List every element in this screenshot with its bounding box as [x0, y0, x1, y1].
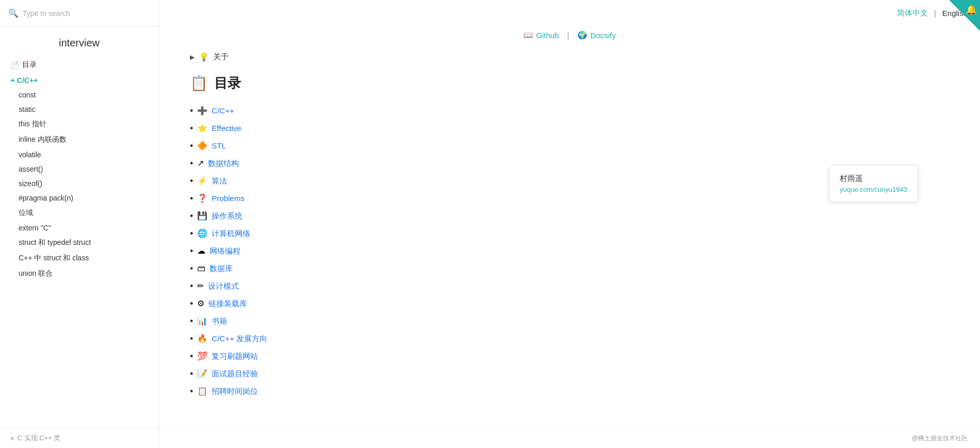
sidebar-item-union[interactable]: union 联合: [0, 266, 158, 281]
github-emoji: 📖: [523, 30, 533, 40]
toc-link-algo[interactable]: 算法: [212, 173, 227, 189]
float-card-name: 村雨遥: [840, 174, 907, 184]
toc-link-ds[interactable]: 数据结构: [208, 156, 239, 171]
toc-link-linker[interactable]: 链接装载库: [208, 296, 247, 311]
toc-link-stl[interactable]: STL: [212, 138, 226, 154]
list-item: 🌐 计算机网络: [190, 225, 592, 242]
main-content: 简体中文 | English 🔔 📖 Github | 🌍 Docsify ▶ …: [159, 0, 980, 448]
toc-heading-label: 目录: [214, 74, 241, 92]
bell-icon: 🔔: [966, 4, 977, 15]
sidebar-item-bitfield[interactable]: 位域: [0, 205, 158, 221]
sidebar-item-assert[interactable]: assert(): [0, 162, 158, 176]
sidebar-item-sizeof[interactable]: sizeof(): [0, 176, 158, 191]
list-item: ⚙ 链接装载库: [190, 295, 592, 312]
search-bar[interactable]: 🔍 Type to search: [0, 0, 158, 27]
list-item: ➕ C/C++: [190, 103, 592, 119]
list-item: ⚡ 算法: [190, 173, 592, 189]
sidebar: 🔍 Type to search interview 📄 目录 + C/C++ …: [0, 0, 159, 448]
sidebar-item-toc[interactable]: 📄 目录: [0, 57, 158, 73]
sidebar-item-static[interactable]: static: [0, 102, 158, 117]
sidebar-bottom-label: C 实现 C++ 类: [18, 434, 61, 443]
sidebar-nav: 📄 目录 + C/C++ const static this 指针 inline…: [0, 57, 158, 428]
toc-link-os[interactable]: 操作系统: [212, 208, 243, 224]
list-item: 🗃 数据库: [190, 260, 592, 277]
toc-title: 📋 目录: [190, 74, 592, 92]
about-label: 关于: [213, 52, 229, 62]
toc-link-cpp[interactable]: C/C++: [212, 103, 234, 119]
recruit-emoji: 📋: [197, 383, 207, 400]
topbar: 简体中文 | English 🔔: [159, 0, 980, 26]
lang-zh-button[interactable]: 简体中文: [897, 8, 928, 18]
sidebar-bottom-item[interactable]: ≡ C 实现 C++ 类: [0, 428, 158, 448]
cpp-dev-emoji: 🔥: [197, 330, 207, 347]
toc-list: ➕ C/C++ ⭐ Effective 🔶 STL ↗ 数据结构 ⚡ 算法: [190, 103, 592, 400]
toc-link-books[interactable]: 书籍: [212, 313, 227, 329]
toc-link-problems[interactable]: Problems: [212, 191, 244, 206]
toc-link-recruit[interactable]: 招聘时间岗位: [212, 384, 258, 399]
toc-link-interview[interactable]: 面试题目经验: [212, 366, 258, 381]
sidebar-item-toc-label: 目录: [22, 60, 37, 70]
netprog-emoji: ☁: [197, 243, 205, 259]
lang-separator: |: [934, 9, 936, 18]
docsify-emoji: 🌍: [577, 30, 587, 40]
bottom-bar-text: @稀土掘金技术社区: [912, 435, 968, 442]
toc-section: 📋 目录 ➕ C/C++ ⭐ Effective 🔶 STL ↗: [190, 74, 592, 400]
algo-emoji: ⚡: [197, 173, 207, 189]
interview-emoji: 📝: [197, 366, 207, 382]
sidebar-item-pragma[interactable]: #pragma pack(n): [0, 191, 158, 205]
list-item: ⭐ Effective: [190, 120, 592, 137]
list-item: 📋 招聘时间岗位: [190, 383, 592, 400]
network-emoji: 🌐: [197, 225, 207, 242]
sidebar-item-this[interactable]: this 指针: [0, 117, 158, 132]
sidebar-item-cpp[interactable]: + C/C++: [0, 73, 158, 88]
sidebar-item-extern[interactable]: extern "C": [0, 221, 158, 235]
list-item: ☁ 网络编程: [190, 243, 592, 259]
ds-emoji: ↗: [197, 155, 204, 172]
cpp-plus-icon: +: [10, 76, 15, 85]
toc-link-network[interactable]: 计算机网络: [212, 226, 250, 241]
toc-link-db[interactable]: 数据库: [210, 261, 233, 276]
toc-link-review[interactable]: 复习刷题网站: [212, 349, 258, 364]
sidebar-item-struct-class[interactable]: C++ 中 struct 和 class: [0, 251, 158, 266]
doc-area: ▶ 💡 关于 📋 目录 ➕ C/C++ ⭐ Effective 🔶: [159, 52, 623, 421]
list-item: ✏ 设计模式: [190, 278, 592, 294]
sidebar-item-volatile[interactable]: volatile: [0, 147, 158, 162]
linker-emoji: ⚙: [197, 295, 204, 312]
float-card: 村雨遥 yuque.com/cunyu1943: [829, 165, 918, 202]
float-card-link[interactable]: yuque.com/cunyu1943: [840, 186, 907, 193]
github-link[interactable]: 📖 Github: [523, 30, 559, 40]
effective-emoji: ⭐: [197, 120, 207, 137]
list-item: 📊 书籍: [190, 313, 592, 329]
sidebar-item-inline[interactable]: inline 内联函数: [0, 132, 158, 147]
search-placeholder: Type to search: [23, 9, 70, 18]
list-item: 💾 操作系统: [190, 208, 592, 224]
list-item: ↗ 数据结构: [190, 155, 592, 172]
list-item: ❓ Problems: [190, 190, 592, 207]
books-emoji: 📊: [197, 313, 207, 329]
list-item: 🔶 STL: [190, 138, 592, 154]
toc-icon: 📄: [10, 61, 19, 69]
docsify-label: Docsify: [590, 31, 616, 40]
sidebar-item-const[interactable]: const: [0, 88, 158, 102]
os-emoji: 💾: [197, 208, 207, 224]
design-emoji: ✏: [197, 278, 204, 294]
about-section[interactable]: ▶ 💡 关于: [190, 52, 592, 62]
bottom-bar: @稀土掘金技术社区: [159, 428, 980, 448]
github-label: Github: [536, 31, 559, 40]
toc-link-effective[interactable]: Effective: [212, 121, 241, 136]
sidebar-bottom-icon: ≡: [10, 435, 14, 442]
list-item: 💯 复习刷题网站: [190, 348, 592, 364]
toc-link-cpp-dev[interactable]: C/C++ 发展方向: [212, 331, 267, 346]
links-separator: |: [567, 31, 569, 40]
toc-link-design[interactable]: 设计模式: [208, 278, 239, 294]
search-icon: 🔍: [8, 8, 19, 18]
content-links-bar: 📖 Github | 🌍 Docsify: [159, 26, 980, 52]
docsify-link[interactable]: 🌍 Docsify: [577, 30, 616, 40]
db-emoji: 🗃: [197, 260, 205, 277]
toc-link-netprog[interactable]: 网络编程: [210, 243, 240, 259]
sidebar-item-cpp-label: C/C++: [17, 76, 38, 85]
sidebar-title: interview: [0, 27, 158, 57]
problems-emoji: ❓: [197, 190, 207, 207]
sidebar-item-struct-typedef[interactable]: struct 和 typedef struct: [0, 235, 158, 251]
toc-heading-icon: 📋: [190, 75, 208, 92]
